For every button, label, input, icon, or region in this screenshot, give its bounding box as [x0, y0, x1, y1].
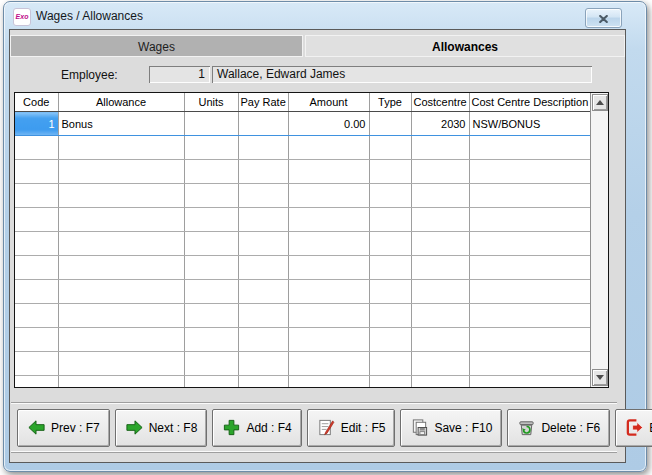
grid-cell[interactable] [469, 208, 592, 232]
grid-cell[interactable] [288, 280, 369, 304]
tab-allowances[interactable]: Allowances [305, 35, 625, 57]
grid-cell[interactable] [369, 352, 411, 376]
grid-cell[interactable] [184, 160, 238, 184]
scroll-down-button[interactable] [592, 369, 608, 386]
add-button[interactable]: Add : F4 [212, 409, 301, 447]
grid-cell[interactable] [58, 280, 184, 304]
grid-cell[interactable] [184, 376, 238, 389]
grid-cell[interactable] [469, 280, 592, 304]
grid-cell[interactable] [369, 160, 411, 184]
grid-cell[interactable] [238, 280, 288, 304]
grid-cell[interactable] [469, 328, 592, 352]
grid-cell[interactable] [15, 208, 58, 232]
grid-cell[interactable] [15, 328, 58, 352]
grid-cell[interactable] [238, 376, 288, 389]
cell-type[interactable] [369, 112, 411, 136]
grid-cell[interactable] [411, 256, 469, 280]
grid-cell[interactable] [469, 352, 592, 376]
grid-row-selected[interactable]: 1 Bonus 0.00 2030 NSW/BONUS [15, 112, 592, 136]
grid-cell[interactable] [411, 328, 469, 352]
grid-empty-row[interactable] [15, 280, 592, 304]
close-button[interactable] [585, 8, 622, 28]
grid-cell[interactable] [184, 280, 238, 304]
grid-cell[interactable] [58, 208, 184, 232]
grid-cell[interactable] [411, 304, 469, 328]
grid-cell[interactable] [369, 376, 411, 389]
grid-cell[interactable] [238, 256, 288, 280]
grid-cell[interactable] [15, 376, 58, 389]
grid-empty-row[interactable] [15, 184, 592, 208]
delete-button[interactable]: Delete : F6 [507, 409, 610, 447]
grid-cell[interactable] [369, 328, 411, 352]
edit-button[interactable]: Edit : F5 [307, 409, 396, 447]
grid-cell[interactable] [411, 160, 469, 184]
grid-empty-row[interactable] [15, 256, 592, 280]
grid-cell[interactable] [15, 280, 58, 304]
employee-code-field[interactable]: 1 [149, 66, 210, 83]
grid-empty-row[interactable] [15, 328, 592, 352]
grid-cell[interactable] [288, 328, 369, 352]
grid-cell[interactable] [15, 352, 58, 376]
grid-cell[interactable] [15, 304, 58, 328]
grid-cell[interactable] [288, 208, 369, 232]
grid-cell[interactable] [411, 184, 469, 208]
grid-cell[interactable] [15, 160, 58, 184]
grid-cell[interactable] [58, 136, 184, 160]
grid-cell[interactable] [411, 208, 469, 232]
grid-cell[interactable] [58, 304, 184, 328]
grid-cell[interactable] [184, 256, 238, 280]
exit-button[interactable]: Exit : Esc [615, 409, 652, 447]
grid-cell[interactable] [58, 256, 184, 280]
grid-cell[interactable] [369, 256, 411, 280]
grid-cell[interactable] [184, 208, 238, 232]
grid-cell[interactable] [58, 376, 184, 389]
grid-cell[interactable] [369, 280, 411, 304]
grid-empty-row[interactable] [15, 160, 592, 184]
grid-cell[interactable] [238, 208, 288, 232]
col-header-allowance[interactable]: Allowance [58, 93, 184, 112]
grid-cell[interactable] [184, 184, 238, 208]
grid-cell[interactable] [288, 304, 369, 328]
employee-name-field[interactable]: Wallace, Edward James [212, 66, 592, 83]
next-button[interactable]: Next : F8 [115, 409, 208, 447]
grid-cell[interactable] [469, 256, 592, 280]
cell-units[interactable] [184, 112, 238, 136]
grid-cell[interactable] [15, 136, 58, 160]
grid-cell[interactable] [288, 376, 369, 389]
grid-cell[interactable] [369, 208, 411, 232]
grid-empty-row[interactable] [15, 376, 592, 389]
scroll-up-button[interactable] [592, 94, 608, 111]
grid-cell[interactable] [184, 136, 238, 160]
cell-allowance[interactable]: Bonus [58, 112, 184, 136]
col-header-amount[interactable]: Amount [288, 93, 369, 112]
grid-cell[interactable] [369, 136, 411, 160]
grid-cell[interactable] [288, 352, 369, 376]
grid-cell[interactable] [58, 232, 184, 256]
cell-pay-rate[interactable] [238, 112, 288, 136]
grid-cell[interactable] [184, 232, 238, 256]
grid-cell[interactable] [411, 352, 469, 376]
tab-wages[interactable]: Wages [10, 35, 303, 57]
grid-cell[interactable] [469, 232, 592, 256]
col-header-cost-centre-description[interactable]: Cost Centre Description [469, 93, 592, 112]
save-button[interactable]: Save : F10 [400, 409, 502, 447]
grid-cell[interactable] [369, 184, 411, 208]
cell-costcentre[interactable]: 2030 [411, 112, 469, 136]
grid-cell[interactable] [58, 184, 184, 208]
col-header-costcentre[interactable]: Costcentre [411, 93, 469, 112]
grid-empty-row[interactable] [15, 232, 592, 256]
vertical-scrollbar[interactable] [590, 93, 608, 387]
grid-cell[interactable] [15, 256, 58, 280]
prev-button[interactable]: Prev : F7 [17, 409, 110, 447]
col-header-type[interactable]: Type [369, 93, 411, 112]
grid-cell[interactable] [15, 184, 58, 208]
grid-cell[interactable] [238, 352, 288, 376]
grid-cell[interactable] [238, 184, 288, 208]
grid-cell[interactable] [411, 280, 469, 304]
grid-empty-row[interactable] [15, 208, 592, 232]
grid-cell[interactable] [58, 160, 184, 184]
cell-amount[interactable]: 0.00 [288, 112, 369, 136]
grid-cell[interactable] [469, 376, 592, 389]
grid-cell[interactable] [411, 136, 469, 160]
grid-cell[interactable] [369, 232, 411, 256]
